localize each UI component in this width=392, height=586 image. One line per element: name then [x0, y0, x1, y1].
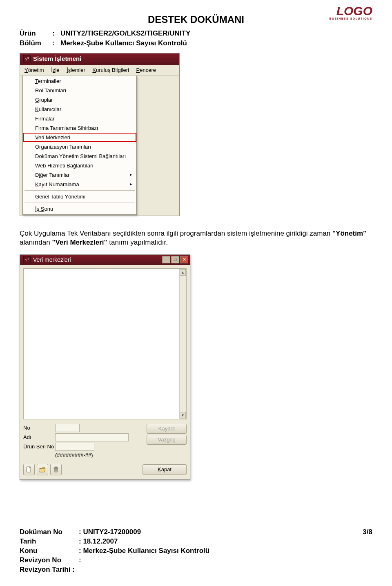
bottom-toolbar: Kapat — [20, 461, 190, 479]
minimize-button[interactable]: – — [162, 256, 170, 263]
label-urun-seri-no: Ürün Seri No — [23, 443, 55, 450]
dd-diger-tanimlar[interactable]: Diğer Tanımlar — [23, 170, 136, 180]
serial-format-hint: (#########-##) — [55, 452, 143, 458]
dd-veri-merkezleri[interactable]: Veri Merkezleri — [23, 133, 136, 142]
logo: LOGO BUSINESS SOLUTIONS — [329, 5, 372, 20]
dd-separator — [24, 203, 135, 203]
para-text: Çok Uygulama Tek Veritabanı seçildikten … — [20, 229, 332, 237]
kapat-button[interactable]: Kapat — [143, 464, 187, 475]
dd-dokuman-yonetim[interactable]: Doküman Yönetim Sistemi Bağlantıları — [23, 152, 136, 161]
veri-merkezleri-window: √² Veri merkezleri – □ ✕ ▲ ▼ No Adı — [20, 254, 190, 480]
dd-kullanicilar[interactable]: Kullanıcılar — [23, 105, 136, 114]
menubar: Yönetim İzle İşlemler Kuruluş Bilgileri … — [20, 65, 179, 76]
para-bold-yonetim: "Yönetim" — [332, 229, 366, 237]
scroll-track[interactable] — [180, 276, 186, 412]
maximize-button[interactable]: □ — [171, 256, 179, 263]
new-icon[interactable] — [23, 464, 35, 475]
footer-tarih-label: Tarih — [20, 537, 79, 546]
app-icon: √² — [23, 256, 31, 263]
header-urun-value: UNITY2/TIGER2/GO/LKS2/TIGER/UNITY — [60, 29, 190, 38]
footer-konu: : Merkez-Şube Kullanıcı Sayısı Kontrolü — [79, 546, 209, 556]
menu-pencere[interactable]: Pencere — [134, 66, 159, 74]
document-title: DESTEK DOKÜMANI — [20, 14, 372, 25]
scroll-down-button[interactable]: ▼ — [180, 412, 186, 419]
scroll-up-button[interactable]: ▲ — [180, 269, 186, 276]
logo-text: LOGO — [329, 5, 372, 17]
dd-firma-tanimlama-sihirbazi[interactable]: Firma Tanımlama Sihirbazı — [23, 123, 136, 133]
dd-organizasyon-tanimlari[interactable]: Organizasyon Tanımları — [23, 142, 136, 152]
header-urun-label: Ürün — [20, 29, 52, 38]
footer-revizyon-no-label: Revizyon No — [20, 556, 79, 565]
close-button[interactable]: ✕ — [180, 256, 188, 263]
dd-terminaller[interactable]: Terminaller — [23, 76, 136, 86]
label-no: No — [23, 425, 55, 431]
form-area: No Adı Ürün Seri No (#########-##) Kayde… — [20, 423, 190, 461]
header-sep: : — [52, 29, 60, 38]
menu-kurulus[interactable]: Kuruluş Bilgileri — [89, 66, 132, 74]
list-area[interactable]: ▲ ▼ — [23, 268, 187, 419]
logo-subtext: BUSINESS SOLUTIONS — [329, 17, 372, 20]
window-titlebar[interactable]: √² Sistem İşletmeni — [20, 53, 179, 65]
kaydet-button[interactable]: Kaydet — [147, 424, 187, 434]
page-footer: Doküman No : UNITY2-17200009 Tarih : 18.… — [20, 528, 372, 575]
footer-tarih: : 18.12.2007 — [79, 537, 118, 546]
input-no[interactable] — [55, 424, 80, 432]
footer-dokuman-no: : UNITY2-17200009 — [79, 528, 141, 537]
window-titlebar[interactable]: √² Veri merkezleri – □ ✕ — [20, 255, 190, 265]
menu-yonetim[interactable]: Yönetim — [22, 66, 47, 74]
input-urun-seri-no[interactable] — [55, 443, 94, 451]
delete-icon[interactable] — [50, 464, 62, 475]
dd-web-hizmeti[interactable]: Web Hizmeti Bağlantıları — [23, 161, 136, 170]
footer-dokuman-no-label: Doküman No — [20, 528, 79, 537]
window-title: Sistem İşletmeni — [33, 55, 81, 62]
footer-revizyon-no: : — [79, 556, 81, 565]
app-icon: √² — [23, 55, 31, 62]
open-icon[interactable] — [37, 464, 48, 475]
para-bold-veri-merkezleri: "Veri Merkezleri" — [52, 238, 107, 246]
window-title: Veri merkezleri — [33, 256, 71, 263]
dd-rol-tanimlari[interactable]: Rol Tanımları — [23, 86, 136, 95]
footer-konu-label: Konu — [20, 546, 79, 556]
header-sep: : — [52, 38, 60, 48]
dd-separator — [24, 190, 135, 191]
header-block: Ürün : UNITY2/TIGER2/GO/LKS2/TIGER/UNITY… — [20, 29, 372, 48]
header-bolum-value: Merkez-Şube Kullanıcı Sayısı Kontrolü — [60, 38, 187, 48]
dd-gruplar[interactable]: Gruplar — [23, 95, 136, 105]
dd-kayit-numaralama[interactable]: Kayıt Numaralama — [23, 180, 136, 189]
header-bolum-label: Bölüm — [20, 38, 52, 48]
body-paragraph: Çok Uygulama Tek Veritabanı seçildikten … — [20, 229, 372, 247]
para-text: tanımı yapılmalıdır. — [109, 238, 168, 246]
page-number: 3/8 — [363, 528, 372, 537]
para-text: alanından — [20, 238, 52, 246]
vazgec-button[interactable]: Vazgeç — [147, 435, 187, 445]
yonetim-dropdown: Terminaller Rol Tanımları Gruplar Kullan… — [22, 76, 137, 215]
input-adi[interactable] — [55, 433, 129, 441]
label-adi: Adı — [23, 434, 55, 440]
menu-islemler[interactable]: İşlemler — [64, 66, 88, 74]
dd-firmalar[interactable]: Firmalar — [23, 114, 136, 123]
vertical-scrollbar[interactable]: ▲ ▼ — [179, 269, 186, 419]
menu-izle[interactable]: İzle — [48, 66, 62, 74]
dd-is-sonu[interactable]: İş Sonu — [23, 204, 136, 214]
svg-rect-3 — [55, 467, 57, 468]
sistem-isletmeni-window: √² Sistem İşletmeni Yönetim İzle İşlemle… — [20, 53, 180, 216]
footer-revizyon-tarihi-label: Revizyon Tarihi : — [20, 565, 75, 575]
dd-genel-tablo-yonetimi[interactable]: Genel Tablo Yönetimi — [23, 192, 136, 201]
